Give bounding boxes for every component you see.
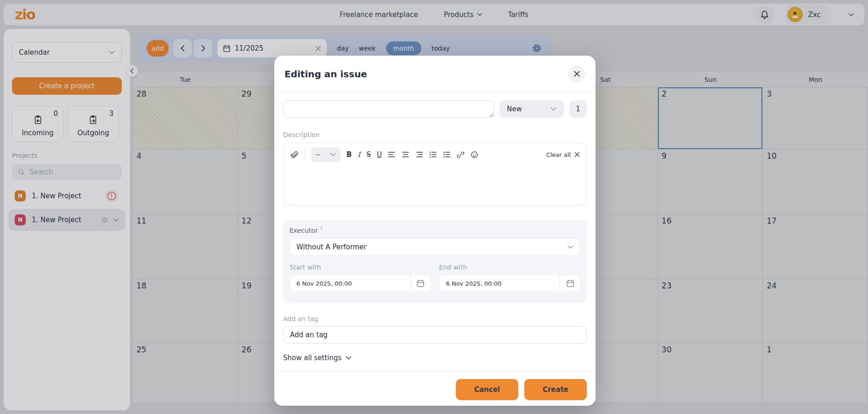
executor-select[interactable]: Without A Performer	[289, 238, 580, 256]
close-icon	[573, 70, 580, 77]
calendar-icon[interactable]	[560, 275, 580, 292]
heading-select-value: --	[316, 151, 320, 158]
executor-label-row: Executor ?	[289, 227, 580, 234]
close-modal-button[interactable]	[568, 65, 585, 83]
align-left-button[interactable]	[388, 151, 396, 158]
executor-select-value: Without A Performer	[296, 243, 367, 251]
toolbar-divider	[305, 149, 305, 161]
strikethrough-button[interactable]: S	[366, 150, 371, 159]
tag-input[interactable]	[283, 326, 587, 344]
bold-button[interactable]: B	[346, 150, 352, 159]
executor-help-icon[interactable]: ?	[320, 226, 323, 231]
description-label: Description	[283, 131, 587, 138]
status-select[interactable]: New	[499, 100, 564, 118]
description-editor: -- B I S U	[283, 143, 587, 206]
date-range: Start with 6 Nov 2025, 00:00 End with 6 …	[289, 264, 580, 292]
edit-issue-modal: Editing an issue New 1 Description	[274, 56, 596, 406]
end-date-value: 6 Nov 2025, 00:00	[440, 280, 560, 287]
heading-select[interactable]: --	[311, 147, 340, 162]
cancel-button[interactable]: Cancel	[456, 379, 518, 400]
link-button[interactable]	[457, 151, 465, 159]
align-center-button[interactable]	[402, 151, 409, 158]
editor-toolbar: -- B I S U	[284, 143, 586, 166]
close-icon	[574, 152, 580, 157]
chevron-down-icon	[567, 245, 573, 249]
app-root: zio Freelance marketplace Products Tarif…	[0, 0, 868, 414]
modal-footer: Cancel Create	[274, 371, 596, 400]
align-center-icon	[402, 151, 409, 158]
clear-all-button[interactable]: Clear all	[546, 151, 580, 158]
clear-all-label: Clear all	[546, 151, 571, 158]
bullet-list-button[interactable]	[429, 151, 437, 158]
create-button[interactable]: Create	[524, 379, 587, 400]
calendar-icon[interactable]	[410, 275, 431, 292]
status-select-value: New	[507, 105, 522, 113]
start-with-label: Start with	[289, 264, 431, 271]
paperclip-icon	[290, 150, 299, 159]
smiley-icon	[471, 151, 478, 159]
emoji-button[interactable]	[471, 151, 478, 159]
modal-header: Editing an issue	[274, 56, 596, 92]
chevron-down-icon	[550, 107, 556, 111]
issue-count-badge: 1	[569, 100, 587, 118]
attach-file-button[interactable]	[290, 150, 299, 159]
numbered-list-icon	[443, 151, 451, 158]
numbered-list-button[interactable]	[443, 151, 451, 158]
executor-section: Executor ? Without A Performer Start wit…	[283, 220, 587, 303]
modal-body: New 1 Description -- B I	[274, 92, 596, 362]
modal-title: Editing an issue	[284, 69, 367, 80]
align-left-icon	[388, 151, 396, 158]
end-with-label: End with	[439, 264, 581, 271]
start-date-field[interactable]: 6 Nov 2025, 00:00	[289, 275, 431, 292]
italic-button[interactable]: I	[357, 150, 360, 159]
end-date-field[interactable]: 6 Nov 2025, 00:00	[439, 275, 581, 292]
executor-label: Executor	[289, 227, 318, 234]
align-right-icon	[415, 151, 423, 158]
start-date-value: 6 Nov 2025, 00:00	[290, 280, 410, 287]
show-all-settings-button[interactable]: Show all settings	[283, 354, 352, 362]
link-icon	[457, 151, 465, 159]
show-all-settings-label: Show all settings	[283, 354, 341, 362]
underline-button[interactable]: U	[377, 150, 382, 159]
chevron-down-icon	[330, 153, 336, 156]
tag-label: Add an tag	[283, 315, 587, 322]
description-input[interactable]	[284, 166, 586, 205]
chevron-down-icon	[346, 356, 352, 360]
issue-title-input[interactable]	[283, 100, 494, 118]
align-right-button[interactable]	[415, 151, 423, 158]
bullet-list-icon	[429, 151, 437, 158]
